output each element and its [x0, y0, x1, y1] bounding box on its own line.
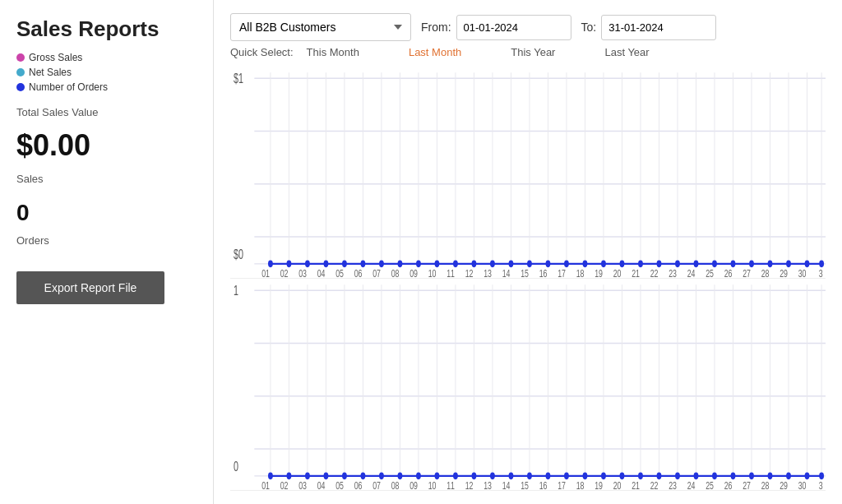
svg-point-56	[657, 261, 662, 268]
total-sales-value: $0.00	[16, 128, 197, 163]
svg-text:27: 27	[743, 267, 751, 278]
sales-dot-1	[268, 261, 273, 268]
orders-dot	[16, 83, 25, 91]
svg-text:30: 30	[798, 479, 807, 490]
svg-text:17: 17	[557, 479, 566, 490]
svg-text:04: 04	[317, 479, 326, 490]
svg-text:21: 21	[632, 267, 640, 278]
svg-text:22: 22	[650, 267, 659, 278]
svg-text:19: 19	[594, 267, 603, 278]
svg-point-153	[657, 473, 662, 480]
svg-point-157	[731, 473, 736, 480]
svg-text:18: 18	[576, 479, 585, 490]
svg-point-41	[379, 261, 384, 268]
svg-point-152	[638, 473, 643, 480]
svg-point-162	[819, 473, 824, 480]
svg-text:11: 11	[446, 267, 455, 278]
from-label: From:	[421, 21, 451, 34]
svg-point-156	[712, 473, 717, 480]
sales-chart: $1 $0	[230, 67, 826, 279]
to-date-input[interactable]	[601, 15, 716, 40]
orders-y-top: 1	[234, 284, 238, 298]
svg-text:04: 04	[317, 267, 326, 278]
svg-text:14: 14	[502, 267, 511, 278]
legend-item-gross-sales[interactable]: Gross Sales	[16, 52, 197, 63]
svg-text:24: 24	[687, 267, 696, 278]
svg-text:28: 28	[761, 267, 770, 278]
svg-text:26: 26	[724, 267, 733, 278]
svg-text:23: 23	[669, 267, 677, 278]
total-sales-label: Total Sales Value	[16, 106, 197, 118]
from-date-input[interactable]	[456, 15, 571, 40]
svg-point-137	[360, 473, 365, 480]
svg-point-63	[786, 261, 791, 268]
qs-last-month[interactable]: Last Month	[409, 46, 461, 58]
svg-point-158	[749, 473, 754, 480]
svg-point-135	[323, 473, 328, 480]
sales-chart-svg: $1 $0	[230, 67, 826, 278]
svg-point-161	[805, 473, 810, 480]
svg-point-151	[620, 473, 625, 480]
svg-text:18: 18	[576, 267, 585, 278]
svg-point-50	[546, 261, 551, 268]
svg-point-138	[379, 473, 384, 480]
quick-select-label: Quick Select:	[230, 46, 294, 58]
svg-point-143	[472, 473, 477, 480]
svg-point-146	[527, 473, 532, 480]
legend: Gross Sales Net Sales Number of Orders	[16, 52, 197, 93]
page-title: Sales Reports	[16, 16, 197, 42]
svg-point-65	[819, 261, 824, 268]
svg-text:3: 3	[819, 479, 823, 490]
qs-last-year[interactable]: Last Year	[604, 46, 649, 58]
charts-area: $1 $0	[230, 67, 826, 491]
svg-text:08: 08	[391, 479, 400, 490]
svg-point-142	[453, 473, 458, 480]
svg-point-57	[675, 261, 680, 268]
svg-point-54	[620, 261, 625, 268]
svg-point-60	[731, 261, 736, 268]
svg-point-51	[564, 261, 569, 268]
svg-point-145	[509, 473, 514, 480]
svg-text:05: 05	[335, 479, 344, 490]
sales-y-bottom: $0	[234, 247, 243, 261]
svg-text:20: 20	[613, 479, 622, 490]
svg-text:17: 17	[557, 267, 566, 278]
svg-text:21: 21	[632, 479, 640, 490]
svg-point-133	[286, 473, 291, 480]
svg-text:12: 12	[465, 479, 474, 490]
svg-point-48	[509, 261, 514, 268]
svg-text:03: 03	[298, 479, 307, 490]
svg-text:15: 15	[520, 267, 529, 278]
export-report-button[interactable]: Export Report File	[16, 271, 164, 304]
customer-select[interactable]: All B2B Customers	[230, 13, 411, 41]
svg-point-62	[768, 261, 773, 268]
sales-label: Sales	[16, 173, 197, 185]
svg-text:24: 24	[687, 479, 696, 490]
qs-this-month[interactable]: This Month	[307, 46, 359, 58]
svg-text:09: 09	[409, 479, 418, 490]
svg-point-42	[398, 261, 403, 268]
svg-point-148	[564, 473, 569, 480]
svg-point-37	[305, 261, 310, 268]
svg-point-39	[342, 261, 347, 268]
legend-item-orders[interactable]: Number of Orders	[16, 81, 197, 93]
gross-sales-dot	[16, 53, 25, 62]
orders-chart-svg: 1 0	[230, 279, 826, 490]
qs-this-year[interactable]: This Year	[511, 46, 555, 58]
svg-text:02: 02	[280, 479, 289, 490]
svg-point-134	[305, 473, 310, 480]
svg-point-47	[490, 261, 495, 268]
sidebar: Sales Reports Gross Sales Net Sales Numb…	[0, 0, 214, 504]
to-date-group: To:	[581, 15, 717, 40]
svg-text:15: 15	[520, 479, 529, 490]
svg-text:20: 20	[613, 267, 622, 278]
to-label: To:	[581, 21, 597, 34]
orders-label: Orders	[16, 234, 197, 247]
svg-point-46	[472, 261, 477, 268]
main-content: All B2B Customers From: To: Quick Select…	[214, 0, 842, 504]
svg-text:14: 14	[502, 479, 511, 490]
svg-point-140	[416, 473, 421, 480]
legend-item-net-sales[interactable]: Net Sales	[16, 67, 197, 78]
svg-point-36	[286, 261, 291, 268]
svg-text:07: 07	[372, 479, 381, 490]
